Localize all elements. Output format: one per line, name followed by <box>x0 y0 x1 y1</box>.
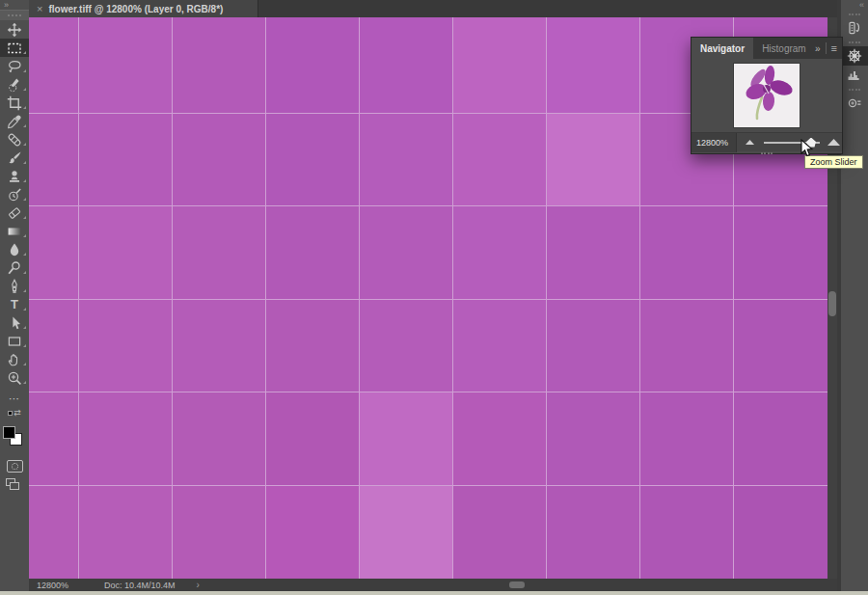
image-pixel-cell <box>734 392 827 485</box>
history-panel-icon <box>847 20 862 36</box>
quick-selection-tool[interactable] <box>0 75 29 94</box>
histogram-panel-icon <box>847 68 862 83</box>
document-tab[interactable]: × flower.tiff @ 12800% (Layer 0, RGB/8*) <box>29 0 258 17</box>
clone-stamp-tool[interactable] <box>0 167 29 185</box>
histogram-panel-button[interactable] <box>841 66 868 85</box>
foreground-color-swatch[interactable] <box>3 426 15 439</box>
image-pixel-cell <box>547 114 639 205</box>
spot-healing-brush-tool-icon <box>7 132 22 148</box>
horizontal-scrollbar-thumb[interactable] <box>509 581 525 588</box>
flower-thumbnail-image <box>734 64 798 125</box>
image-pixel-cell <box>266 392 359 485</box>
lasso-tool[interactable] <box>0 57 29 75</box>
info-panel-button[interactable] <box>841 94 868 113</box>
dock-grip[interactable] <box>841 10 868 18</box>
rectangle-tool[interactable] <box>0 332 29 350</box>
panel-menu-icon[interactable]: ≡ <box>831 42 837 54</box>
image-pixel-cell <box>360 206 452 299</box>
gradient-tool-icon <box>7 224 22 239</box>
crop-tool[interactable] <box>0 94 29 112</box>
eraser-tool-icon <box>7 205 22 221</box>
move-tool-icon <box>7 22 22 38</box>
image-pixel-cell <box>547 300 639 392</box>
image-pixel-cell <box>173 300 265 392</box>
eyedropper-tool-icon <box>7 114 22 129</box>
image-pixel-cell <box>453 300 546 392</box>
hand-tool-icon <box>7 352 22 367</box>
tab-bar: × flower.tiff @ 12800% (Layer 0, RGB/8*) <box>29 0 837 17</box>
image-pixel-cell <box>547 486 639 579</box>
image-pixel-cell <box>360 17 452 113</box>
navigator-panel-icon <box>847 48 862 64</box>
spot-healing-brush-tool[interactable] <box>0 130 29 149</box>
history-brush-tool[interactable] <box>0 185 29 203</box>
edit-toolbar-button[interactable]: ⋯ <box>0 391 29 406</box>
tools-panel: » T <box>0 0 29 591</box>
image-pixel-cell <box>453 486 546 579</box>
image-pixel-cell <box>640 392 733 485</box>
hand-tool[interactable] <box>0 350 29 368</box>
lasso-tool-icon <box>7 59 22 74</box>
image-pixel-cell <box>734 486 827 579</box>
image-pixel-cell <box>640 486 733 579</box>
navigator-thumbnail[interactable] <box>734 64 800 127</box>
rectangle-tool-icon <box>7 334 22 349</box>
swap-colors-icon[interactable]: ⇄ <box>14 408 21 418</box>
image-pixel-cell <box>79 206 172 299</box>
image-pixel-cell <box>360 392 452 485</box>
status-bar: 12800% Doc: 10.4M/10.4M › <box>29 579 837 591</box>
color-swatches[interactable] <box>0 423 29 452</box>
status-doc-sizes: Doc: 10.4M/10.4M <box>104 581 176 590</box>
toolbar-expand-chevron-icon[interactable]: » <box>0 0 29 10</box>
toolbar-grip[interactable] <box>0 10 29 20</box>
status-flyout-chevron-icon[interactable]: › <box>197 580 200 590</box>
image-pixel-cell <box>173 486 265 579</box>
image-pixel-cell <box>734 206 827 299</box>
image-pixel-cell <box>360 486 452 579</box>
tab-histogram[interactable]: Histogram <box>753 38 815 59</box>
quick-mask-icon <box>7 460 23 473</box>
dock-collapse-chevron-icon[interactable]: « <box>841 0 868 10</box>
default-swap-colors[interactable]: ⇄ <box>0 406 29 419</box>
quick-mask-button[interactable] <box>0 456 29 475</box>
panel-collapse-chevron-icon[interactable]: » <box>815 43 821 54</box>
pen-tool[interactable] <box>0 277 29 295</box>
image-pixel-cell <box>547 392 639 485</box>
image-pixel-cell <box>173 17 265 113</box>
image-pixel-cell <box>29 392 78 485</box>
history-panel-button[interactable] <box>841 18 868 38</box>
quick-selection-tool-icon <box>7 77 22 93</box>
brush-tool[interactable] <box>0 149 29 167</box>
path-selection-tool[interactable] <box>0 313 29 332</box>
image-pixel-cell <box>453 114 546 205</box>
tab-close-icon[interactable]: × <box>37 0 42 17</box>
zoom-tool[interactable] <box>0 368 29 387</box>
image-pixel-cell <box>266 206 359 299</box>
rectangular-marquee-tool[interactable] <box>0 39 29 57</box>
vertical-scrollbar-thumb[interactable] <box>828 291 836 316</box>
eyedropper-tool[interactable] <box>0 112 29 130</box>
blur-tool[interactable] <box>0 240 29 258</box>
type-tool[interactable]: T <box>0 295 29 313</box>
rectangular-marquee-tool-icon <box>7 41 22 56</box>
screen-mode-button[interactable] <box>0 475 29 495</box>
zoom-in-icon[interactable] <box>827 139 840 146</box>
document-tab-title: flower.tiff @ 12800% (Layer 0, RGB/8*) <box>48 4 223 14</box>
history-brush-tool-icon <box>7 187 22 203</box>
navigator-panel-button[interactable] <box>841 46 868 66</box>
navigator-zoom-input[interactable]: 12800% <box>692 133 737 152</box>
status-zoom-level[interactable]: 12800% <box>37 581 87 590</box>
dodge-tool[interactable] <box>0 258 29 277</box>
eraser-tool[interactable] <box>0 203 29 222</box>
crop-tool-icon <box>7 95 22 111</box>
zoom-out-icon[interactable] <box>746 140 754 145</box>
gradient-tool[interactable] <box>0 222 29 240</box>
navigator-footer: 12800% <box>692 132 842 151</box>
move-tool[interactable] <box>0 20 29 39</box>
image-pixel-cell <box>266 114 359 205</box>
image-pixel-cell <box>547 206 639 299</box>
tab-navigator[interactable]: Navigator <box>692 38 753 59</box>
image-pixel-cell <box>29 486 78 579</box>
default-colors-icon[interactable] <box>8 411 13 416</box>
window-bottom-edge <box>0 591 868 595</box>
